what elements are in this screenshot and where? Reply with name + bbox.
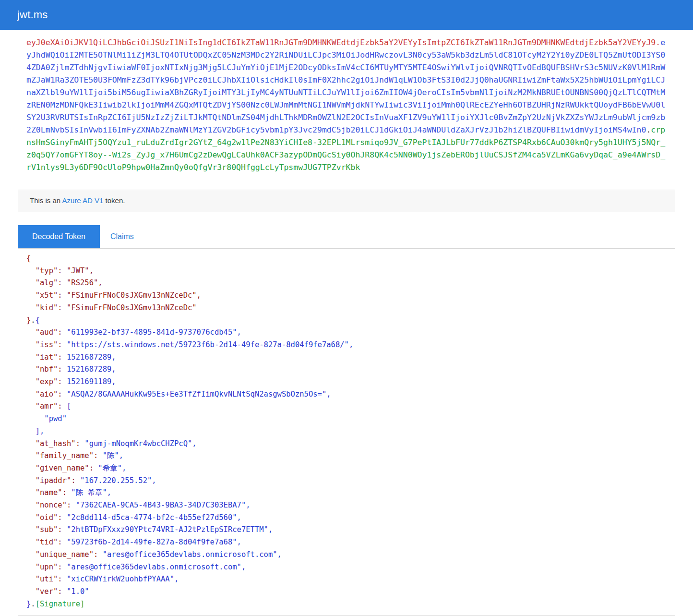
json-value: "JWT", bbox=[67, 266, 94, 275]
json-line: "tid": "59723f6b-2d14-49fe-827a-8d04f9fe… bbox=[26, 536, 667, 549]
json-line: "kid": "FSimuFrFNoC0sJXGmv13nNZceDc" bbox=[26, 302, 667, 314]
token-info-bar: This is an Azure AD V1 token. bbox=[18, 190, 675, 212]
json-indent bbox=[26, 402, 36, 411]
token-input[interactable]: eyJ0eXAiOiJKV1QiLCJhbGciOiJSUzI1NiIsIng1… bbox=[18, 30, 675, 190]
json-line: "nbf": 1521687289, bbox=[26, 363, 667, 376]
json-indent bbox=[26, 439, 36, 448]
json-value: "FSimuFrFNoC0sJXGmv13nNZceDc", bbox=[67, 291, 201, 300]
json-key: "kid": bbox=[36, 303, 67, 312]
json-indent bbox=[26, 451, 36, 460]
json-line: "name": "陈 希章", bbox=[26, 487, 667, 499]
json-key: "amr": bbox=[36, 402, 67, 411]
json-open-brace: { bbox=[26, 254, 31, 263]
json-value: "ASQA2/8GAAAAHukKw95Es+Ee3TfZfIimQkvNLNt… bbox=[67, 390, 331, 399]
tab-bar: Decoded Token Claims bbox=[18, 225, 675, 248]
json-indent bbox=[26, 365, 36, 374]
json-line: "unique_name": "ares@office365devlabs.on… bbox=[26, 549, 667, 561]
json-value: "pwd" bbox=[44, 414, 67, 423]
json-line: "nonce": "7362CAEA-9CA5-4B43-9BA3-34D7C3… bbox=[26, 499, 667, 512]
json-value: "ares@office365devlabs.onmicrosoft.com", bbox=[67, 563, 246, 571]
json-line: { bbox=[26, 253, 667, 265]
decoded-token-panel: { "typ": "JWT", "alg": "RS256", "x5t": "… bbox=[18, 248, 675, 616]
signature-label: [Signature] bbox=[36, 600, 85, 608]
json-key: "nonce": bbox=[36, 501, 76, 509]
json-key: "sub": bbox=[36, 525, 67, 534]
json-line: "alg": "RS256", bbox=[26, 277, 667, 290]
json-line: "upn": "ares@office365devlabs.onmicrosof… bbox=[26, 561, 667, 574]
json-key: "x5t": bbox=[36, 291, 67, 300]
info-text-suffix: token. bbox=[103, 196, 125, 205]
json-value: "RS256", bbox=[67, 278, 103, 287]
tab-decoded-token[interactable]: Decoded Token bbox=[18, 225, 100, 248]
json-line: "sub": "2htBTDpFXxxz90YPtc74VRI-AJ2tPzlE… bbox=[26, 524, 667, 536]
json-indent bbox=[26, 587, 36, 596]
json-indent bbox=[26, 538, 36, 546]
json-key: "oid": bbox=[36, 513, 67, 522]
navbar: jwt.ms bbox=[0, 0, 693, 30]
json-indent bbox=[26, 525, 36, 534]
json-key: "iat": bbox=[36, 353, 67, 362]
json-value: "2htBTDpFXxxz90YPtc74VRI-AJ2tPzlEpSIRce7… bbox=[67, 525, 273, 534]
json-line: "oid": "2c8dd114-d5ca-4774-bf2c-4b55ef27… bbox=[26, 512, 667, 524]
json-value: "2c8dd114-d5ca-4774-bf2c-4b55ef27d560", bbox=[67, 513, 241, 522]
json-key: "family_name": bbox=[36, 451, 103, 460]
json-key: "ver": bbox=[36, 587, 67, 596]
json-key: "unique_name": bbox=[36, 550, 103, 559]
json-line: "aud": "611993e2-bf37-4895-841d-9737076c… bbox=[26, 326, 667, 339]
json-indent bbox=[26, 563, 36, 571]
json-value: "gumj-mNoqmKr4wbcCHZPcQ", bbox=[84, 439, 196, 448]
json-key: "tid": bbox=[36, 538, 67, 546]
json-value: "1.0" bbox=[67, 587, 89, 596]
json-value: "xicCRWYirkW2uohbfPYAAA", bbox=[67, 575, 179, 583]
json-bracket: ], bbox=[36, 427, 45, 435]
azure-ad-v1-link[interactable]: Azure AD V1 bbox=[62, 196, 104, 205]
json-key: "uti": bbox=[36, 575, 67, 583]
json-value: "陈", bbox=[103, 451, 124, 460]
tab-claims[interactable]: Claims bbox=[100, 225, 144, 248]
json-line: "amr": [ bbox=[26, 400, 667, 413]
json-indent bbox=[26, 353, 36, 362]
json-line: "typ": "JWT", bbox=[26, 265, 667, 278]
token-separator-dot: . bbox=[646, 125, 651, 134]
json-key: "name": bbox=[36, 488, 72, 497]
json-close-brace: } bbox=[26, 316, 31, 325]
json-line: "ver": "1.0" bbox=[26, 586, 667, 598]
json-value: "59723f6b-2d14-49fe-827a-8d04f9fe7a68", bbox=[67, 538, 241, 546]
json-key: "typ": bbox=[36, 266, 67, 275]
json-indent bbox=[26, 278, 36, 287]
json-value: "167.220.255.52", bbox=[80, 476, 156, 485]
json-key: "alg": bbox=[36, 278, 67, 287]
json-dot: . bbox=[31, 316, 35, 325]
json-dot: . bbox=[31, 600, 35, 608]
json-line: "exp": 1521691189, bbox=[26, 376, 667, 388]
json-line: "iat": 1521687289, bbox=[26, 351, 667, 364]
json-value: 1521691189, bbox=[67, 377, 116, 386]
json-value: "611993e2-bf37-4895-841d-9737076cdb45", bbox=[67, 328, 241, 337]
json-line: "x5t": "FSimuFrFNoC0sJXGmv13nNZceDc", bbox=[26, 290, 667, 302]
token-payload-segment: eyJhdWQiOiI2MTE5OTNlMi1iZjM3LTQ4OTUtODQx… bbox=[26, 38, 665, 134]
json-indent bbox=[26, 303, 36, 312]
json-value: 1521687289, bbox=[67, 365, 116, 374]
json-value: "7362CAEA-9CA5-4B43-9BA3-34D7C303EBA7", bbox=[76, 501, 251, 509]
json-line: "at_hash": "gumj-mNoqmKr4wbcCHZPcQ", bbox=[26, 438, 667, 450]
json-line: "iss": "https://sts.windows.net/59723f6b… bbox=[26, 339, 667, 351]
json-line: "uti": "xicCRWYirkW2uohbfPYAAA", bbox=[26, 573, 667, 586]
json-indent bbox=[26, 464, 36, 472]
json-key: "aio": bbox=[36, 390, 67, 399]
app-title: jwt.ms bbox=[17, 9, 48, 21]
json-value: "陈 希章", bbox=[71, 488, 111, 497]
json-key: "ipaddr": bbox=[36, 476, 80, 485]
token-header-segment: eyJ0eXAiOiJKV1QiLCJhbGciOiJSUzI1NiIsIng1… bbox=[26, 38, 656, 47]
json-indent bbox=[26, 291, 36, 300]
json-indent bbox=[26, 340, 36, 349]
json-key: "aud": bbox=[36, 328, 67, 337]
json-open-brace: { bbox=[36, 316, 40, 325]
json-line: "family_name": "陈", bbox=[26, 450, 667, 462]
json-key: "nbf": bbox=[36, 365, 67, 374]
info-text-prefix: This is an bbox=[30, 196, 62, 205]
json-key: "at_hash": bbox=[36, 439, 85, 448]
json-value: 1521687289, bbox=[67, 353, 116, 362]
json-key: "iss": bbox=[36, 340, 67, 349]
json-indent bbox=[26, 575, 36, 583]
json-value: "ares@office365devlabs.onmicrosoft.com", bbox=[103, 550, 282, 559]
